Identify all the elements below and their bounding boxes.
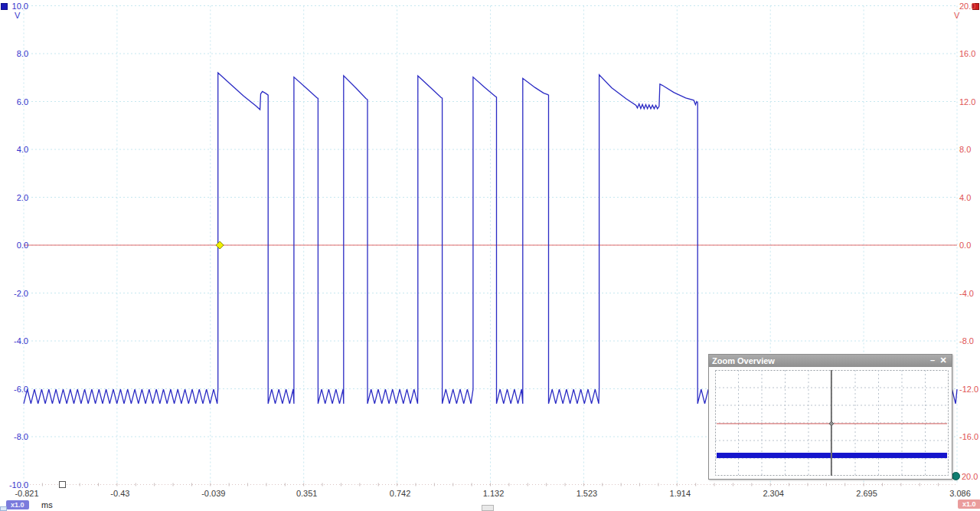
left-axis-tick-label: 10.0 [0, 2, 28, 11]
x-axis-tick-label: 1.132 [483, 489, 505, 498]
right-axis-bottom-label: 20.0 [962, 472, 978, 481]
right-axis-tick-label: 20.0 [959, 2, 975, 11]
scope-view: V V 10.08.06.04.02.00.0-2.0-4.0-6.0-8.0-… [0, 0, 980, 511]
right-axis-tick-label: -8.0 [959, 336, 974, 346]
x-axis-tick-label: 0.351 [296, 489, 318, 498]
x-axis-left-multiplier[interactable]: x1.0 [6, 500, 29, 509]
x-axis-tick-label: 1.914 [670, 489, 691, 498]
x-axis-right-multiplier[interactable]: x1.0 [958, 500, 980, 509]
left-axis-tick-label: 0.0 [0, 241, 28, 250]
right-axis-tick-label: 4.0 [959, 193, 971, 202]
x-axis-tick-label: 0.742 [390, 489, 411, 498]
right-axis-tick-label: 16.0 [959, 49, 975, 58]
zoom-overview-body [709, 367, 952, 479]
zoom-overview-chart[interactable] [715, 370, 949, 476]
left-axis-tick-label: -6.0 [0, 385, 28, 394]
right-axis-tick-label: -16.0 [959, 432, 978, 441]
right-axis-tick-label: -4.0 [959, 289, 974, 298]
x-axis-tick-label: 1.523 [577, 489, 598, 498]
minimize-button[interactable]: – [927, 356, 938, 365]
left-axis-tick-label: 4.0 [0, 145, 28, 154]
right-axis-unit: V [954, 11, 959, 20]
x-axis-tick-label: -0.43 [110, 489, 129, 498]
x-axis-unit-label: ms [41, 500, 53, 509]
x-axis-tick-label: -0.821 [15, 489, 38, 498]
corner-box [0, 506, 7, 511]
left-axis-tick-label: -2.0 [0, 289, 28, 298]
x-axis-tick-label: 2.304 [763, 489, 784, 498]
left-axis-tick-label: 6.0 [0, 97, 28, 106]
left-axis-bottom-handle[interactable] [59, 481, 66, 488]
left-axis-tick-label: -4.0 [0, 336, 28, 346]
right-axis-tick-label: 8.0 [959, 145, 971, 154]
right-axis-tick-label: -12.0 [959, 385, 978, 394]
left-axis-tick-label: 2.0 [0, 193, 28, 202]
left-axis-tick-label: -10.0 [0, 480, 28, 490]
right-axis-bottom-handle[interactable] [952, 472, 960, 480]
right-axis-tick-label: 0.0 [959, 241, 971, 250]
trigger-marker-diamond[interactable] [216, 241, 224, 249]
zoom-overview-title: Zoom Overview [712, 356, 927, 365]
zoom-overview-titlebar[interactable]: Zoom Overview – ✕ [709, 355, 952, 367]
right-axis-tick-label: 12.0 [959, 97, 975, 106]
left-axis-unit: V [15, 11, 20, 20]
zoom-overview-window: Zoom Overview – ✕ [708, 354, 952, 480]
left-axis-tick-label: 8.0 [0, 49, 28, 58]
x-axis-tick-label: 3.086 [949, 489, 971, 498]
close-button[interactable]: ✕ [938, 356, 949, 365]
x-axis-tick-label: 2.695 [856, 489, 877, 498]
h-scrollbar-thumb[interactable] [482, 505, 494, 511]
x-axis-tick-label: -0.039 [201, 489, 225, 498]
left-axis-tick-label: -8.0 [0, 432, 28, 441]
